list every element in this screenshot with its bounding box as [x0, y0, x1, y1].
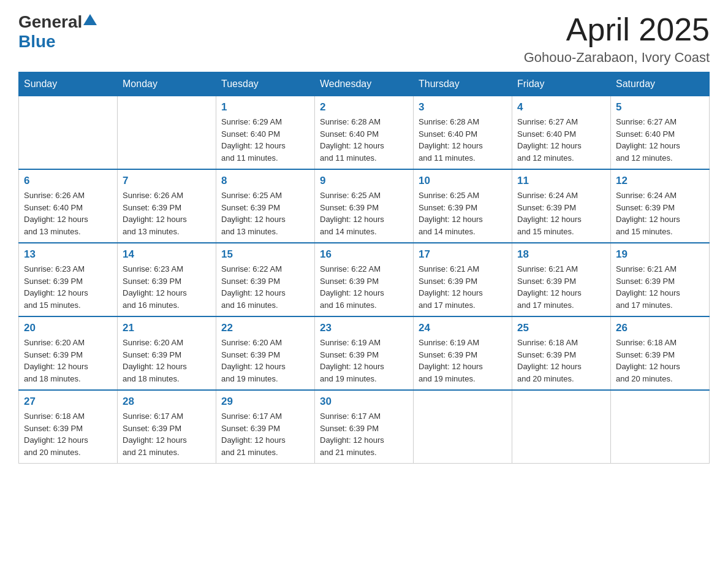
day-info: Sunrise: 6:20 AMSunset: 6:39 PMDaylight:…	[123, 337, 211, 385]
calendar-cell	[19, 96, 118, 170]
day-info: Sunrise: 6:19 AMSunset: 6:39 PMDaylight:…	[419, 337, 507, 385]
calendar-cell: 30Sunrise: 6:17 AMSunset: 6:39 PMDayligh…	[315, 390, 414, 464]
calendar-cell: 21Sunrise: 6:20 AMSunset: 6:39 PMDayligh…	[118, 316, 216, 390]
calendar-cell: 5Sunrise: 6:27 AMSunset: 6:40 PMDaylight…	[611, 96, 710, 170]
day-number: 15	[221, 248, 309, 261]
day-number: 17	[419, 248, 507, 261]
calendar-cell: 10Sunrise: 6:25 AMSunset: 6:39 PMDayligh…	[414, 169, 512, 243]
day-info: Sunrise: 6:24 AMSunset: 6:39 PMDaylight:…	[616, 190, 704, 237]
day-number: 10	[419, 175, 507, 187]
day-info: Sunrise: 6:17 AMSunset: 6:39 PMDaylight:…	[320, 410, 408, 458]
weekday-header-row: SundayMondayTuesdayWednesdayThursdayFrid…	[19, 72, 710, 96]
weekday-header-tuesday: Tuesday	[216, 72, 315, 96]
day-number: 13	[24, 248, 112, 261]
calendar-cell: 3Sunrise: 6:28 AMSunset: 6:40 PMDaylight…	[414, 96, 512, 170]
calendar-cell: 26Sunrise: 6:18 AMSunset: 6:39 PMDayligh…	[611, 316, 710, 390]
weekday-header-wednesday: Wednesday	[315, 72, 414, 96]
day-info: Sunrise: 6:28 AMSunset: 6:40 PMDaylight:…	[320, 116, 408, 164]
calendar-week-row: 27Sunrise: 6:18 AMSunset: 6:39 PMDayligh…	[19, 390, 710, 464]
calendar-cell: 20Sunrise: 6:20 AMSunset: 6:39 PMDayligh…	[19, 316, 118, 390]
day-number: 1	[221, 101, 309, 113]
calendar-cell: 2Sunrise: 6:28 AMSunset: 6:40 PMDaylight…	[315, 96, 414, 170]
day-info: Sunrise: 6:18 AMSunset: 6:39 PMDaylight:…	[517, 337, 605, 385]
calendar-cell: 29Sunrise: 6:17 AMSunset: 6:39 PMDayligh…	[216, 390, 315, 464]
svg-marker-0	[83, 14, 97, 25]
day-info: Sunrise: 6:27 AMSunset: 6:40 PMDaylight:…	[517, 116, 605, 164]
day-info: Sunrise: 6:22 AMSunset: 6:39 PMDaylight:…	[320, 263, 408, 311]
calendar-header: SundayMondayTuesdayWednesdayThursdayFrid…	[19, 72, 710, 96]
day-info: Sunrise: 6:27 AMSunset: 6:40 PMDaylight:…	[616, 116, 704, 164]
day-info: Sunrise: 6:21 AMSunset: 6:39 PMDaylight:…	[419, 263, 507, 311]
logo-general-text: General	[18, 12, 82, 32]
day-info: Sunrise: 6:28 AMSunset: 6:40 PMDaylight:…	[419, 116, 507, 164]
calendar-cell: 14Sunrise: 6:23 AMSunset: 6:39 PMDayligh…	[118, 243, 216, 316]
day-number: 24	[419, 322, 507, 334]
day-number: 29	[221, 396, 309, 408]
logo-blue-text: Blue	[18, 32, 56, 51]
calendar-cell: 25Sunrise: 6:18 AMSunset: 6:39 PMDayligh…	[512, 316, 611, 390]
day-number: 7	[123, 175, 211, 187]
title-block: April 2025 Gohouo-Zarabaon, Ivory Coast	[524, 12, 710, 66]
day-info: Sunrise: 6:20 AMSunset: 6:39 PMDaylight:…	[221, 337, 309, 385]
day-number: 20	[24, 322, 112, 334]
day-number: 19	[616, 248, 704, 261]
calendar-cell: 22Sunrise: 6:20 AMSunset: 6:39 PMDayligh…	[216, 316, 315, 390]
day-number: 8	[221, 175, 309, 187]
location-title: Gohouo-Zarabaon, Ivory Coast	[524, 50, 710, 66]
day-info: Sunrise: 6:23 AMSunset: 6:39 PMDaylight:…	[24, 263, 112, 311]
day-number: 25	[517, 322, 605, 334]
day-number: 12	[616, 175, 704, 187]
logo-triangle-icon	[83, 14, 97, 25]
day-number: 30	[320, 396, 408, 408]
day-info: Sunrise: 6:29 AMSunset: 6:40 PMDaylight:…	[221, 116, 309, 164]
calendar-cell: 6Sunrise: 6:26 AMSunset: 6:40 PMDaylight…	[19, 169, 118, 243]
day-info: Sunrise: 6:21 AMSunset: 6:39 PMDaylight:…	[616, 263, 704, 311]
calendar-cell: 11Sunrise: 6:24 AMSunset: 6:39 PMDayligh…	[512, 169, 611, 243]
calendar-week-row: 13Sunrise: 6:23 AMSunset: 6:39 PMDayligh…	[19, 243, 710, 316]
day-info: Sunrise: 6:24 AMSunset: 6:39 PMDaylight:…	[517, 190, 605, 237]
day-number: 28	[123, 396, 211, 408]
calendar-cell	[414, 390, 512, 464]
calendar-cell: 19Sunrise: 6:21 AMSunset: 6:39 PMDayligh…	[611, 243, 710, 316]
weekday-header-friday: Friday	[512, 72, 611, 96]
calendar-cell: 4Sunrise: 6:27 AMSunset: 6:40 PMDaylight…	[512, 96, 611, 170]
day-number: 6	[24, 175, 112, 187]
calendar-week-row: 20Sunrise: 6:20 AMSunset: 6:39 PMDayligh…	[19, 316, 710, 390]
calendar-cell: 13Sunrise: 6:23 AMSunset: 6:39 PMDayligh…	[19, 243, 118, 316]
day-number: 21	[123, 322, 211, 334]
calendar-table: SundayMondayTuesdayWednesdayThursdayFrid…	[18, 72, 710, 464]
weekday-header-saturday: Saturday	[611, 72, 710, 96]
page-header: General Blue April 2025 Gohouo-Zarabaon,…	[18, 12, 710, 66]
weekday-header-sunday: Sunday	[19, 72, 118, 96]
day-number: 26	[616, 322, 704, 334]
calendar-cell	[512, 390, 611, 464]
calendar-cell: 7Sunrise: 6:26 AMSunset: 6:39 PMDaylight…	[118, 169, 216, 243]
logo: General Blue	[18, 12, 97, 52]
weekday-header-thursday: Thursday	[414, 72, 512, 96]
day-number: 16	[320, 248, 408, 261]
day-number: 2	[320, 101, 408, 113]
day-info: Sunrise: 6:23 AMSunset: 6:39 PMDaylight:…	[123, 263, 211, 311]
day-number: 11	[517, 175, 605, 187]
day-number: 18	[517, 248, 605, 261]
calendar-cell: 18Sunrise: 6:21 AMSunset: 6:39 PMDayligh…	[512, 243, 611, 316]
day-info: Sunrise: 6:18 AMSunset: 6:39 PMDaylight:…	[616, 337, 704, 385]
calendar-cell: 8Sunrise: 6:25 AMSunset: 6:39 PMDaylight…	[216, 169, 315, 243]
day-info: Sunrise: 6:19 AMSunset: 6:39 PMDaylight:…	[320, 337, 408, 385]
day-info: Sunrise: 6:17 AMSunset: 6:39 PMDaylight:…	[123, 410, 211, 458]
day-info: Sunrise: 6:18 AMSunset: 6:39 PMDaylight:…	[24, 410, 112, 458]
calendar-cell: 1Sunrise: 6:29 AMSunset: 6:40 PMDaylight…	[216, 96, 315, 170]
weekday-header-monday: Monday	[118, 72, 216, 96]
calendar-cell	[611, 390, 710, 464]
month-title: April 2025	[524, 12, 710, 47]
calendar-cell: 16Sunrise: 6:22 AMSunset: 6:39 PMDayligh…	[315, 243, 414, 316]
calendar-cell: 23Sunrise: 6:19 AMSunset: 6:39 PMDayligh…	[315, 316, 414, 390]
day-number: 22	[221, 322, 309, 334]
day-info: Sunrise: 6:21 AMSunset: 6:39 PMDaylight:…	[517, 263, 605, 311]
day-number: 14	[123, 248, 211, 261]
day-number: 27	[24, 396, 112, 408]
day-number: 4	[517, 101, 605, 113]
calendar-body: 1Sunrise: 6:29 AMSunset: 6:40 PMDaylight…	[19, 96, 710, 464]
day-info: Sunrise: 6:20 AMSunset: 6:39 PMDaylight:…	[24, 337, 112, 385]
day-info: Sunrise: 6:26 AMSunset: 6:39 PMDaylight:…	[123, 190, 211, 237]
